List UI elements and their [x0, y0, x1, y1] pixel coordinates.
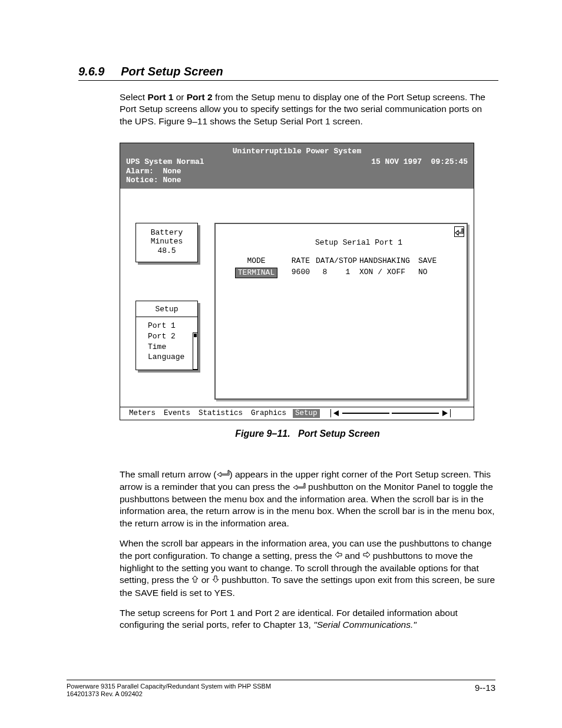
- left-arrow-icon: [335, 549, 342, 561]
- tab-statistics[interactable]: Statistics: [197, 409, 244, 418]
- setup-menu: Setup Port 1 Port 2 Time Language: [135, 301, 198, 370]
- port-values: TERMINAL 9600 8 1 XON / XOFF NO: [227, 268, 461, 278]
- right-arrow-icon: [363, 549, 371, 561]
- up-arrow-icon: [191, 574, 199, 586]
- screen-footer: Meters Events Statistics Graphics Setup: [120, 407, 474, 420]
- down-arrow-icon: [212, 574, 219, 586]
- return-arrow-icon[interactable]: [454, 226, 464, 237]
- intro-paragraph: Select Port 1 or Port 2 from the Setup m…: [120, 91, 495, 127]
- port-panel-title: Setup Serial Port 1: [257, 238, 461, 248]
- body-paragraph-3: The setup screens for Port 1 and Port 2 …: [120, 607, 495, 631]
- tab-events[interactable]: Events: [162, 409, 192, 418]
- mode-value[interactable]: TERMINAL: [235, 268, 277, 278]
- figure-caption: Figure 9–11. Port Setup Screen: [120, 429, 495, 439]
- battery-box: Battery Minutes 48.5: [135, 223, 198, 262]
- setup-item-time[interactable]: Time: [142, 342, 191, 353]
- return-arrow-inline-icon: [293, 481, 306, 493]
- port-headers: MODE RATE DATA/STOP HANDSHAKING SAVE: [227, 256, 461, 266]
- menu-scrollbar[interactable]: [193, 332, 198, 369]
- alarm-line: Alarm: None: [126, 167, 468, 176]
- screen-header: Uninterruptible Power System UPS System …: [120, 143, 474, 188]
- setup-item-language[interactable]: Language: [142, 352, 191, 363]
- section-heading: 9.6.9 Port Setup Screen: [78, 65, 498, 81]
- footer-scroll-indicator: [328, 409, 453, 417]
- body-paragraph-2: When the scroll bar appears in the infor…: [120, 538, 495, 599]
- page-footer: Powerware 9315 Parallel Capacity/Redunda…: [67, 680, 495, 699]
- datetime: 15 NOV 1997 09:25:45: [371, 157, 468, 167]
- port-setup-screen: Uninterruptible Power System UPS System …: [120, 143, 474, 420]
- tab-setup[interactable]: Setup: [293, 409, 320, 418]
- screen-title: Uninterruptible Power System: [126, 147, 468, 156]
- return-arrow-inline-icon: [217, 468, 230, 480]
- setup-item-port1[interactable]: Port 1: [148, 321, 176, 330]
- save-value[interactable]: NO: [418, 268, 443, 278]
- setup-menu-title: Setup: [136, 301, 197, 318]
- info-area: Setup Serial Port 1 MODE RATE DATA/STOP …: [214, 223, 468, 400]
- setup-item-port2[interactable]: Port 2: [142, 331, 191, 342]
- body-paragraph-1: The small return arrow () appears in the…: [120, 469, 495, 530]
- page-number: 9--13: [475, 683, 495, 699]
- handshake-value[interactable]: XON / XOFF: [359, 268, 418, 278]
- notice-line: Notice: None: [126, 176, 468, 185]
- tab-meters[interactable]: Meters: [127, 409, 157, 418]
- status-line: UPS System Normal: [126, 157, 204, 167]
- tab-graphics[interactable]: Graphics: [249, 409, 288, 418]
- datastop-value[interactable]: 8 1: [313, 268, 359, 278]
- rate-value[interactable]: 9600: [285, 268, 310, 278]
